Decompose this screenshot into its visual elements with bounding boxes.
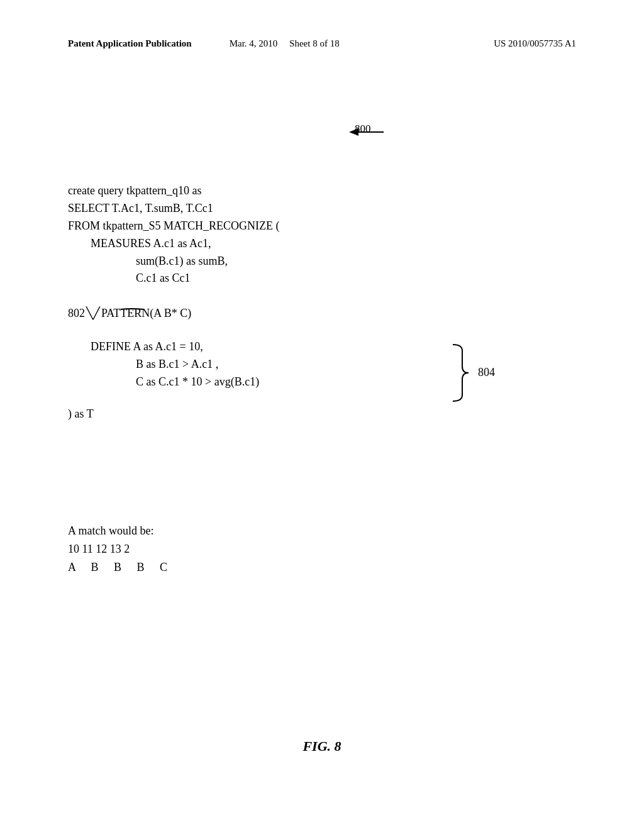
code-line-5: sum(B.c1) as sumB, (68, 253, 280, 270)
figure-800-area: 800 (352, 123, 371, 135)
code-line-4: MEASURES A.c1 as Ac1, (68, 235, 280, 253)
code-line-3: FROM tkpattern_S5 MATCH_RECOGNIZE ( (68, 218, 280, 235)
close-line: ) as T (68, 407, 94, 420)
match-row2: A B B B C (68, 558, 174, 577)
code-line-2: SELECT T.Ac1, T.sumB, T.Cc1 (68, 200, 280, 218)
define-line-1: DEFINE A as A.c1 = 10, (68, 338, 259, 356)
page-header: Patent Application Publication Mar. 4, 2… (68, 38, 576, 49)
define-block: DEFINE A as A.c1 = 10, B as B.c1 > A.c1 … (68, 338, 259, 391)
code-line-6: C.c1 as Cc1 (68, 270, 280, 287)
header-date: Mar. 4, 2010 Sheet 8 of 18 (230, 38, 340, 49)
label-804-text: 804 (478, 366, 495, 379)
match-row1: 10 11 12 13 2 (68, 540, 174, 558)
header-us-number: US 2010/0057735 A1 (494, 38, 576, 49)
figure-caption: FIG. 8 (0, 738, 644, 755)
define-line-2: B as B.c1 > A.c1 , (68, 356, 259, 374)
close-line-area: ) as T (68, 407, 94, 421)
label-804-area: 804 (478, 366, 495, 379)
match-section: A match would be: 10 11 12 13 2 A B B B … (68, 522, 174, 576)
page: Patent Application Publication Mar. 4, 2… (0, 0, 644, 830)
label-802-area: 802 ╲╱ PATTERN(A B* C) (68, 306, 191, 320)
code-line-1: create query tkpattern_q10 as (68, 182, 280, 200)
pattern-line: PATTERN(A B* C) (101, 307, 191, 320)
decorative-svg (0, 0, 644, 830)
arrow-802: ╲╱ (86, 306, 100, 320)
define-line-3: C as C.c1 * 10 > avg(B.c1) (68, 374, 259, 391)
code-block: create query tkpattern_q10 as SELECT T.A… (68, 182, 280, 287)
label-800: 800 (355, 123, 371, 135)
match-title: A match would be: (68, 522, 174, 540)
patent-label: Patent Application Publication (68, 38, 192, 49)
label-802-text: 802 (68, 307, 85, 320)
